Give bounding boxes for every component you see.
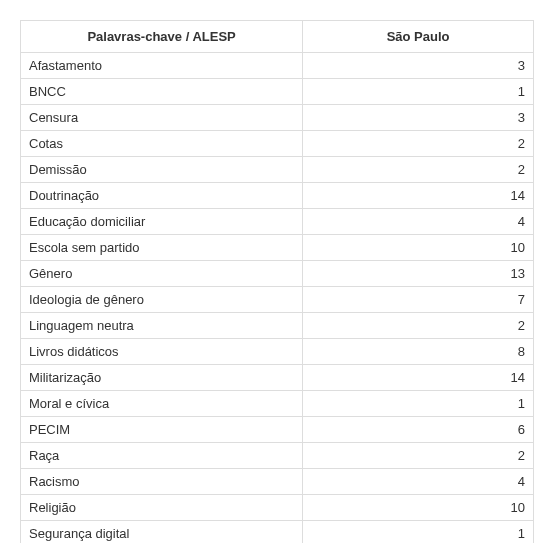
row-value: 13 [303, 261, 534, 287]
table-row: Ideologia de gênero7 [21, 287, 534, 313]
row-label: Ideologia de gênero [21, 287, 303, 313]
table-row: Escola sem partido10 [21, 235, 534, 261]
row-label: PECIM [21, 417, 303, 443]
table-row: Religião10 [21, 495, 534, 521]
row-value: 14 [303, 365, 534, 391]
row-value: 3 [303, 53, 534, 79]
row-label: Linguagem neutra [21, 313, 303, 339]
row-value: 2 [303, 443, 534, 469]
row-value: 1 [303, 521, 534, 544]
row-label: Militarização [21, 365, 303, 391]
row-label: Doutrinação [21, 183, 303, 209]
row-label: Racismo [21, 469, 303, 495]
row-value: 3 [303, 105, 534, 131]
row-value: 6 [303, 417, 534, 443]
row-label: Educação domiciliar [21, 209, 303, 235]
table-row: Linguagem neutra2 [21, 313, 534, 339]
row-label: Escola sem partido [21, 235, 303, 261]
row-label: Moral e cívica [21, 391, 303, 417]
row-value: 10 [303, 495, 534, 521]
row-label: Gênero [21, 261, 303, 287]
row-label: Censura [21, 105, 303, 131]
row-value: 1 [303, 391, 534, 417]
row-value: 14 [303, 183, 534, 209]
table-row: Cotas2 [21, 131, 534, 157]
row-label: Segurança digital [21, 521, 303, 544]
row-value: 2 [303, 313, 534, 339]
table-row: Censura3 [21, 105, 534, 131]
row-label: Cotas [21, 131, 303, 157]
table-row: Doutrinação14 [21, 183, 534, 209]
row-label: Livros didáticos [21, 339, 303, 365]
table-row: Gênero13 [21, 261, 534, 287]
table-row: Raça2 [21, 443, 534, 469]
header-saopaulo: São Paulo [303, 21, 534, 53]
row-value: 2 [303, 131, 534, 157]
table-body: Afastamento3BNCC1Censura3Cotas2Demissão2… [21, 53, 534, 544]
row-label: BNCC [21, 79, 303, 105]
row-value: 8 [303, 339, 534, 365]
row-value: 10 [303, 235, 534, 261]
table-row: Racismo4 [21, 469, 534, 495]
row-label: Demissão [21, 157, 303, 183]
row-value: 2 [303, 157, 534, 183]
row-value: 4 [303, 209, 534, 235]
row-value: 7 [303, 287, 534, 313]
table-header-row: Palavras-chave / ALESP São Paulo [21, 21, 534, 53]
header-keywords: Palavras-chave / ALESP [21, 21, 303, 53]
table-row: PECIM6 [21, 417, 534, 443]
row-label: Raça [21, 443, 303, 469]
row-value: 1 [303, 79, 534, 105]
row-label: Afastamento [21, 53, 303, 79]
table-row: Segurança digital1 [21, 521, 534, 544]
table-row: Demissão2 [21, 157, 534, 183]
row-value: 4 [303, 469, 534, 495]
table-row: Militarização14 [21, 365, 534, 391]
table-row: Afastamento3 [21, 53, 534, 79]
row-label: Religião [21, 495, 303, 521]
table-row: Educação domiciliar4 [21, 209, 534, 235]
keywords-table: Palavras-chave / ALESP São Paulo Afastam… [20, 20, 534, 543]
table-row: Moral e cívica1 [21, 391, 534, 417]
table-row: Livros didáticos8 [21, 339, 534, 365]
table-row: BNCC1 [21, 79, 534, 105]
